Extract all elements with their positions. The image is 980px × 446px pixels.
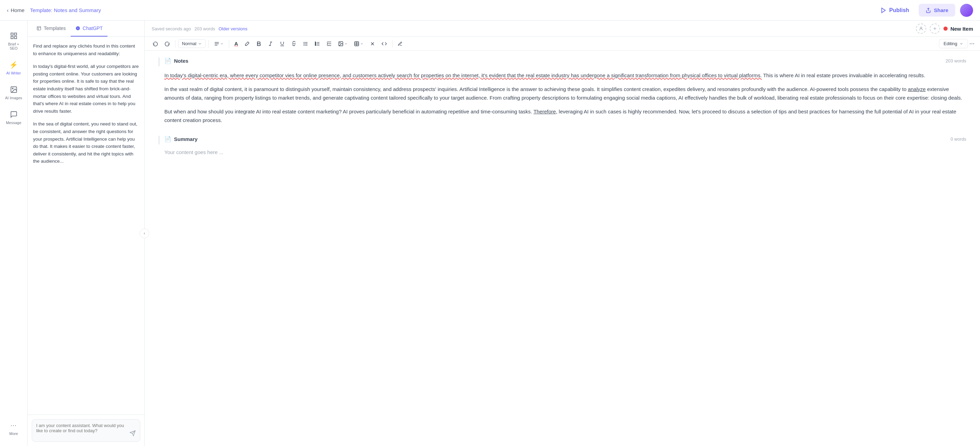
notes-icon: 📄 — [164, 57, 171, 64]
chat-input[interactable] — [36, 423, 127, 438]
underline-button[interactable] — [277, 39, 287, 48]
notes-section-header: 📄 Notes 203 words — [159, 57, 966, 66]
toolbar-more-button[interactable]: ··· — [969, 40, 975, 47]
italic-button[interactable] — [265, 39, 276, 48]
editor-topbar: Saved seconds ago 203 words Older versio… — [145, 21, 980, 37]
bullet-list-button[interactable] — [301, 39, 311, 48]
svg-point-15 — [920, 27, 922, 29]
share-icon — [926, 8, 931, 13]
strikethrough-icon — [291, 41, 297, 46]
numbered-list-button[interactable]: 1.2.3. — [312, 39, 323, 48]
analyze-text: analyze — [908, 86, 926, 92]
svg-point-30 — [304, 43, 304, 44]
therefore-text: Therefore, — [533, 108, 557, 115]
notes-content[interactable]: In today's digital-centric era, where ev… — [159, 71, 966, 125]
indent-button[interactable] — [324, 39, 334, 48]
sidebar-label-message: Message — [6, 121, 21, 125]
notes-title: Notes — [174, 58, 188, 64]
panel-text: Find and replace any clichés found in th… — [33, 42, 139, 165]
tab-templates[interactable]: Templates — [32, 21, 71, 37]
editor-content: 📄 Notes 203 words In today's digital-cen… — [145, 51, 980, 446]
sidebar-item-brief-seo[interactable]: Brief + SEO — [2, 27, 26, 54]
bullet-list-icon — [303, 41, 309, 46]
tab-chatgpt[interactable]: G ChatGPT — [71, 21, 108, 37]
notes-word-count: 203 words — [945, 58, 966, 64]
style-select[interactable]: Normal — [178, 39, 206, 48]
svg-rect-8 — [37, 27, 41, 30]
redo-button[interactable] — [162, 39, 172, 48]
editor-area: Saved seconds ago 203 words Older versio… — [145, 21, 980, 446]
code-icon — [382, 41, 387, 46]
align-button[interactable] — [212, 39, 226, 48]
sidebar-item-message[interactable]: Message — [2, 106, 26, 128]
more-dots-icon: ··· — [9, 421, 19, 430]
main-layout: Brief + SEO ⚡ AI Writer AI Images Messag… — [0, 21, 980, 446]
user-icon — [919, 26, 923, 31]
collaborator-avatar-2[interactable] — [930, 24, 940, 34]
breadcrumb-name: Notes and Summary — [54, 7, 101, 13]
word-count: 203 words — [194, 26, 215, 31]
image-button[interactable] — [336, 39, 350, 48]
sidebar-label-ai-images: AI Images — [5, 96, 22, 100]
code-button[interactable] — [379, 39, 390, 48]
table-button[interactable] — [352, 39, 366, 48]
highlight-icon — [244, 41, 250, 46]
send-button[interactable] — [130, 430, 136, 438]
editing-mode-button[interactable]: Editing — [939, 39, 968, 48]
svg-point-31 — [304, 45, 304, 45]
summary-placeholder[interactable]: Your content goes here ... — [159, 149, 966, 155]
grid-icon — [9, 31, 19, 41]
chatgpt-icon: G — [75, 26, 80, 31]
italic-icon — [268, 41, 273, 46]
notes-paragraph-3: But when and how should you integrate AI… — [164, 107, 966, 125]
notes-header-inner: 📄 Notes — [164, 57, 942, 64]
summary-header-inner: 📄 Summary — [164, 136, 947, 142]
new-item-button[interactable]: New Item — [943, 26, 973, 32]
avatar[interactable] — [960, 4, 973, 17]
summary-section-header: 📄 Summary 0 words — [159, 136, 966, 144]
collapse-panel-button[interactable]: ‹ — [140, 228, 149, 238]
panel-paragraph-2: In today's digital-first world, all your… — [33, 63, 139, 115]
summary-section: 📄 Summary 0 words Your content goes here… — [159, 136, 966, 155]
strikethrough-button[interactable] — [289, 39, 299, 48]
panel-content: Find and replace any clichés found in th… — [27, 37, 145, 415]
undo-button[interactable] — [150, 39, 161, 48]
chevron-down-icon — [198, 42, 202, 46]
editor-meta-right: New Item — [916, 24, 973, 34]
breadcrumb: Template: Notes and Summary — [30, 7, 101, 13]
collaborator-avatar-1[interactable] — [916, 24, 926, 34]
image-icon — [9, 85, 19, 94]
older-versions-link[interactable]: Older versions — [218, 26, 247, 31]
sidebar-item-ai-images[interactable]: AI Images — [2, 81, 26, 104]
home-link[interactable]: ‹ Home — [7, 7, 24, 13]
svg-point-7 — [12, 88, 13, 89]
sidebar-label-ai-writer: AI Writer — [6, 71, 21, 75]
bold-button[interactable] — [254, 39, 264, 48]
svg-line-23 — [270, 42, 271, 46]
highlight-button[interactable] — [242, 39, 252, 48]
publish-icon — [880, 7, 887, 13]
clear-format-button[interactable] — [368, 39, 378, 48]
svg-text:G: G — [77, 27, 79, 29]
publish-button[interactable]: Publish — [876, 5, 914, 16]
sidebar-item-more[interactable]: ··· More — [2, 417, 26, 439]
svg-text:3.: 3. — [315, 44, 316, 46]
summary-title: Summary — [174, 136, 197, 142]
text-color-button[interactable]: A — [232, 39, 240, 48]
toolbar-sep-1 — [175, 40, 175, 48]
top-right-actions: Publish Share — [876, 4, 973, 17]
pen-button[interactable] — [395, 40, 405, 48]
chevron-left-icon: ‹ — [7, 7, 9, 13]
notes-paragraph-2: In the vast realm of digital content, it… — [164, 85, 966, 102]
sidebar-item-ai-writer[interactable]: ⚡ AI Writer — [2, 57, 26, 79]
panel-tabs: Templates G ChatGPT — [27, 21, 145, 37]
toolbar-sep-2 — [208, 40, 209, 48]
chat-input-area — [27, 415, 145, 446]
top-header: ‹ Home Template: Notes and Summary Publi… — [0, 0, 980, 21]
toolbar-sep-4 — [392, 40, 393, 48]
saved-text: Saved seconds ago — [152, 26, 191, 31]
chat-input-box — [32, 419, 140, 442]
undo-icon — [153, 41, 158, 46]
notes-paragraph-1: In today's digital-centric era, where ev… — [164, 71, 966, 80]
share-button[interactable]: Share — [919, 4, 955, 16]
